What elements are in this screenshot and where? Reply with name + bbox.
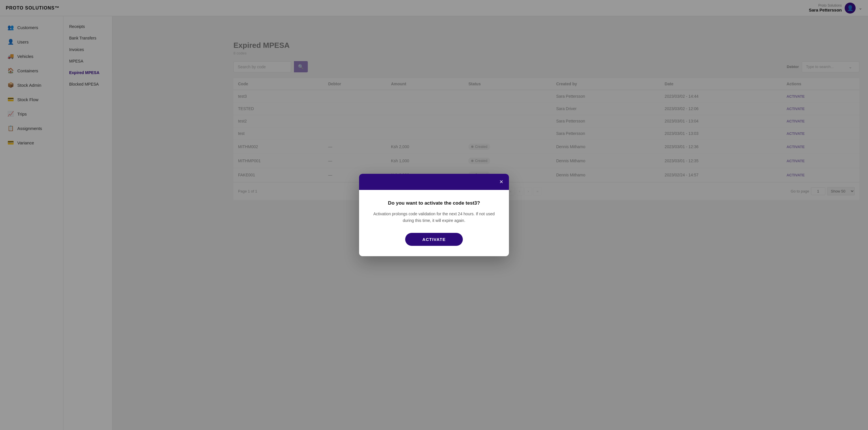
modal-header: × (359, 174, 509, 190)
modal-question: Do you want to activate the code test3? (371, 200, 497, 206)
modal-description: Activation prolongs code validation for … (371, 211, 497, 224)
activation-modal: × Do you want to activate the code test3… (359, 174, 509, 256)
modal-close-button[interactable]: × (499, 179, 503, 185)
modal-activate-button[interactable]: ACTIVATE (405, 233, 463, 246)
modal-overlay: × Do you want to activate the code test3… (0, 0, 868, 430)
modal-body: Do you want to activate the code test3? … (359, 190, 509, 256)
